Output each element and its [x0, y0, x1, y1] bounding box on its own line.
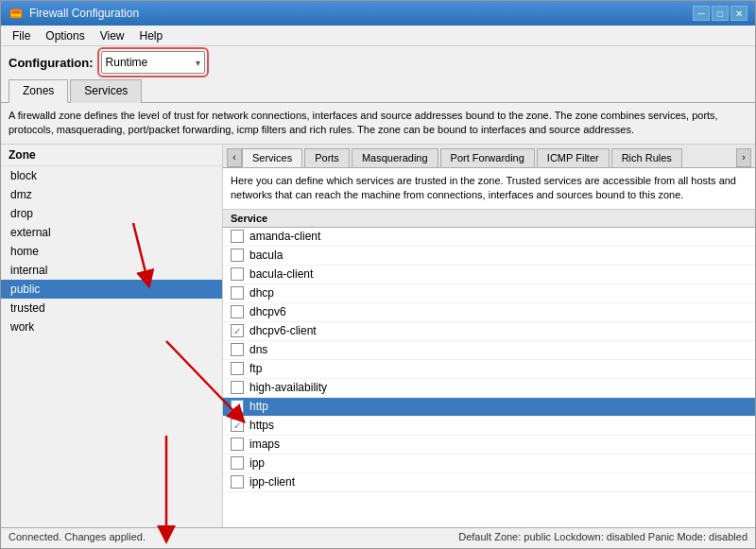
services-container: Service amanda-client bacula: [223, 210, 755, 527]
service-row-http[interactable]: http: [223, 398, 755, 417]
service-checkbox-high-availability[interactable]: [231, 381, 244, 394]
svg-rect-0: [10, 9, 22, 18]
service-checkbox-bacula[interactable]: [231, 249, 244, 262]
service-name-https: https: [249, 419, 274, 432]
menu-bar: File Options View Help: [1, 26, 755, 46]
service-name-imaps: imaps: [249, 437, 280, 451]
status-right: Default Zone: public Lockdown: disabled …: [458, 531, 747, 545]
inner-tab-icmp-filter[interactable]: ICMP Filter: [537, 148, 610, 167]
inner-tabs-row: ‹ Services Ports Masquerading Port Forwa…: [223, 145, 755, 168]
service-checkbox-ipp-client[interactable]: [231, 475, 244, 489]
service-row-dhcp[interactable]: dhcp: [223, 284, 755, 303]
inner-tab-services[interactable]: Services: [242, 148, 302, 167]
config-value: Runtime: [106, 56, 196, 69]
content-area: Zone block dmz drop external home intern…: [1, 145, 755, 527]
service-name-http: http: [249, 400, 268, 413]
service-column-header: Service: [231, 213, 267, 224]
service-row-bacula[interactable]: bacula: [223, 247, 755, 266]
service-checkbox-https[interactable]: [231, 419, 244, 432]
zone-item-dmz[interactable]: dmz: [1, 185, 222, 204]
zone-panel: Zone block dmz drop external home intern…: [1, 145, 223, 527]
zone-item-internal[interactable]: internal: [1, 261, 222, 280]
firewall-icon: [9, 6, 24, 21]
inner-tabs: Services Ports Masquerading Port Forward…: [242, 148, 736, 167]
service-checkbox-amanda-client[interactable]: [231, 230, 244, 243]
inner-tab-masquerading[interactable]: Masquerading: [352, 148, 438, 167]
zone-item-public[interactable]: public: [1, 280, 222, 299]
menu-view[interactable]: View: [93, 27, 132, 43]
title-buttons: ─ □ ✕: [693, 6, 747, 21]
services-table-header: Service: [223, 210, 755, 228]
inner-tab-ports[interactable]: Ports: [304, 148, 350, 167]
title-bar: Firewall Configuration ─ □ ✕: [1, 1, 755, 26]
zone-description: A firewalld zone defines the level of tr…: [1, 103, 755, 145]
service-checkbox-dns[interactable]: [231, 343, 244, 356]
service-checkbox-http[interactable]: [231, 400, 244, 413]
svg-rect-2: [11, 14, 21, 16]
service-row-https[interactable]: https: [223, 417, 755, 436]
menu-options[interactable]: Options: [38, 27, 92, 43]
status-bar: Connected. Changes applied. Default Zone…: [1, 527, 755, 548]
toolbar: Configuration: Runtime ▾: [1, 46, 755, 78]
services-list[interactable]: amanda-client bacula bacula-client: [223, 228, 755, 527]
zone-item-work[interactable]: work: [1, 317, 222, 336]
service-name-dhcpv6: dhcpv6: [249, 305, 286, 318]
service-name-bacula-client: bacula-client: [249, 267, 313, 281]
service-name-dhcpv6-client: dhcpv6-client: [249, 324, 317, 337]
svg-rect-1: [12, 11, 20, 13]
inner-tabs-left-arrow[interactable]: ‹: [227, 148, 242, 167]
main-window: Firewall Configuration ─ □ ✕ File Option…: [0, 0, 756, 549]
config-dropdown-arrow: ▾: [196, 58, 200, 68]
service-name-ipp-client: ipp-client: [249, 475, 295, 489]
service-row-high-availability[interactable]: high-availability: [223, 379, 755, 398]
zone-list: block dmz drop external home internal pu…: [1, 166, 222, 527]
service-name-dns: dns: [249, 343, 267, 356]
zone-item-block[interactable]: block: [1, 166, 222, 185]
menu-help[interactable]: Help: [132, 27, 171, 43]
service-row-dhcpv6-client[interactable]: dhcpv6-client: [223, 322, 755, 341]
menu-file[interactable]: File: [5, 27, 38, 43]
service-name-high-availability: high-availability: [249, 381, 327, 394]
config-label: Configuration:: [9, 56, 94, 70]
service-row-ipp-client[interactable]: ipp-client: [223, 473, 755, 492]
service-checkbox-ipp[interactable]: [231, 456, 244, 470]
tab-services[interactable]: Services: [70, 79, 142, 103]
service-name-bacula: bacula: [249, 249, 283, 262]
zone-item-trusted[interactable]: trusted: [1, 299, 222, 317]
maximize-button[interactable]: □: [712, 6, 729, 21]
window-title: Firewall Configuration: [29, 7, 139, 20]
service-checkbox-ftp[interactable]: [231, 362, 244, 375]
service-name-ipp: ipp: [249, 456, 265, 470]
status-left: Connected. Changes applied.: [9, 531, 146, 545]
service-name-amanda-client: amanda-client: [249, 230, 320, 243]
inner-tab-port-forwarding[interactable]: Port Forwarding: [440, 148, 535, 167]
service-name-dhcp: dhcp: [249, 286, 274, 300]
service-row-dns[interactable]: dns: [223, 341, 755, 360]
service-checkbox-dhcpv6-client[interactable]: [231, 324, 244, 337]
service-row-amanda-client[interactable]: amanda-client: [223, 228, 755, 247]
tab-zones[interactable]: Zones: [9, 79, 68, 103]
zone-header: Zone: [1, 145, 222, 166]
right-panel: ‹ Services Ports Masquerading Port Forwa…: [223, 145, 755, 527]
service-row-bacula-client[interactable]: bacula-client: [223, 266, 755, 284]
zone-item-drop[interactable]: drop: [1, 204, 222, 223]
service-checkbox-imaps[interactable]: [231, 437, 244, 451]
zone-item-external[interactable]: external: [1, 223, 222, 242]
zone-item-home[interactable]: home: [1, 242, 222, 261]
close-button[interactable]: ✕: [730, 6, 747, 21]
minimize-button[interactable]: ─: [693, 6, 710, 21]
inner-tab-rich-rules[interactable]: Rich Rules: [611, 148, 682, 167]
service-row-dhcpv6[interactable]: dhcpv6: [223, 303, 755, 322]
main-tabs-row: Zones Services: [1, 78, 755, 103]
service-checkbox-dhcp[interactable]: [231, 286, 244, 300]
config-dropdown[interactable]: Runtime ▾: [101, 51, 205, 74]
service-checkbox-bacula-client[interactable]: [231, 267, 244, 281]
service-checkbox-dhcpv6[interactable]: [231, 305, 244, 318]
service-row-ftp[interactable]: ftp: [223, 360, 755, 379]
title-bar-left: Firewall Configuration: [9, 6, 139, 21]
service-row-ipp[interactable]: ipp: [223, 455, 755, 473]
service-name-ftp: ftp: [249, 362, 262, 375]
inner-tabs-right-arrow[interactable]: ›: [736, 148, 751, 167]
service-description: Here you can define which services are t…: [223, 168, 755, 210]
service-row-imaps[interactable]: imaps: [223, 436, 755, 455]
